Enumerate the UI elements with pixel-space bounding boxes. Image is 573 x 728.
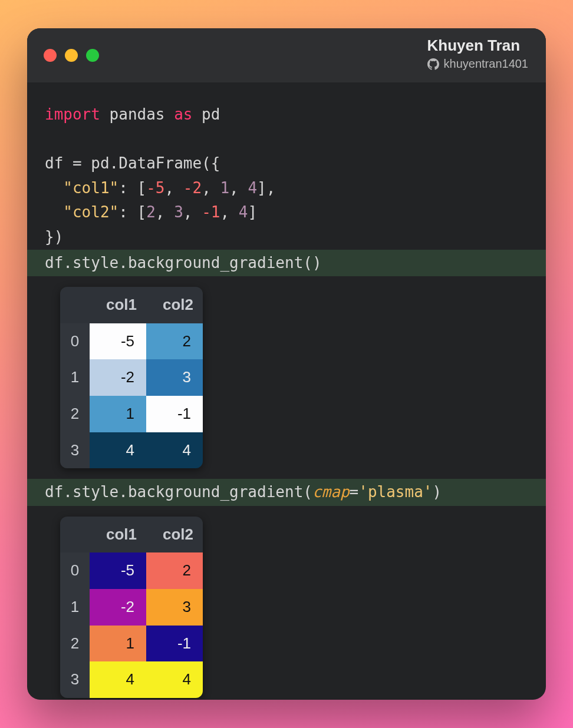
- table-row: 1-23: [60, 589, 203, 626]
- row-index: 2: [60, 396, 90, 432]
- table-cell: -2: [90, 589, 146, 626]
- code-line-5: "col2": [2, 3, -1, 4]: [27, 200, 546, 225]
- row-index: 0: [60, 552, 90, 589]
- table-cell: -1: [146, 396, 203, 432]
- output-table-1-wrap: col1col20-521-2321-1344: [27, 276, 546, 479]
- output-table-2-wrap: col1col20-521-2321-1344: [27, 506, 546, 700]
- table-row: 344: [60, 432, 203, 469]
- author-handle: khuyentran1401: [427, 57, 528, 71]
- window-controls: [44, 49, 99, 62]
- table-corner: [60, 517, 90, 553]
- code-blank-line: [27, 127, 546, 152]
- table-row: 1-23: [60, 359, 203, 396]
- table-row: 0-52: [60, 323, 203, 360]
- table-cell: -2: [90, 359, 146, 396]
- code-line-4: "col1": [-5, -2, 1, 4],: [27, 176, 546, 201]
- output-table-1: col1col20-521-2321-1344: [60, 287, 203, 468]
- maximize-icon[interactable]: [86, 49, 99, 62]
- code-line-7: df.style.background_gradient(): [27, 250, 546, 277]
- table-cell: 1: [90, 626, 146, 662]
- table-cell: 4: [146, 432, 203, 469]
- code-content: import pandas as pd df = pd.DataFrame({ …: [27, 82, 546, 700]
- table-row: 21-1: [60, 626, 203, 662]
- table-cell: 2: [146, 552, 203, 589]
- row-index: 1: [60, 589, 90, 626]
- table-cell: 4: [90, 432, 146, 469]
- table-cell: 1: [90, 396, 146, 432]
- table-cell: -1: [146, 626, 203, 662]
- column-header: col2: [146, 287, 203, 323]
- row-index: 2: [60, 626, 90, 662]
- author-handle-text: khuyentran1401: [444, 57, 528, 71]
- minimize-icon[interactable]: [65, 49, 78, 62]
- code-window: Khuyen Tran khuyentran1401 import pandas…: [27, 28, 546, 700]
- table-row: 21-1: [60, 396, 203, 432]
- column-header: col2: [146, 517, 203, 553]
- author-block: Khuyen Tran khuyentran1401: [427, 37, 528, 71]
- table-cell: 3: [146, 359, 203, 396]
- table-row: 344: [60, 661, 203, 698]
- table-row: 0-52: [60, 552, 203, 589]
- row-index: 3: [60, 661, 90, 698]
- table-cell: 3: [146, 589, 203, 626]
- table-cell: 2: [146, 323, 203, 360]
- column-header: col1: [90, 287, 146, 323]
- table-cell: -5: [90, 552, 146, 589]
- code-line-6: }): [27, 225, 546, 250]
- row-index: 3: [60, 432, 90, 469]
- titlebar: Khuyen Tran khuyentran1401: [27, 28, 546, 82]
- table-cell: -5: [90, 323, 146, 360]
- code-line-8: df.style.background_gradient(cmap='plasm…: [27, 479, 546, 506]
- row-index: 0: [60, 323, 90, 360]
- table-cell: 4: [90, 661, 146, 698]
- code-line-1: import pandas as pd: [27, 102, 546, 127]
- table-corner: [60, 287, 90, 323]
- code-line-3: df = pd.DataFrame({: [27, 151, 546, 176]
- row-index: 1: [60, 359, 90, 396]
- close-icon[interactable]: [44, 49, 57, 62]
- column-header: col1: [90, 517, 146, 553]
- author-name: Khuyen Tran: [427, 37, 528, 55]
- output-table-2: col1col20-521-2321-1344: [60, 517, 203, 698]
- github-icon: [427, 58, 439, 70]
- table-cell: 4: [146, 661, 203, 698]
